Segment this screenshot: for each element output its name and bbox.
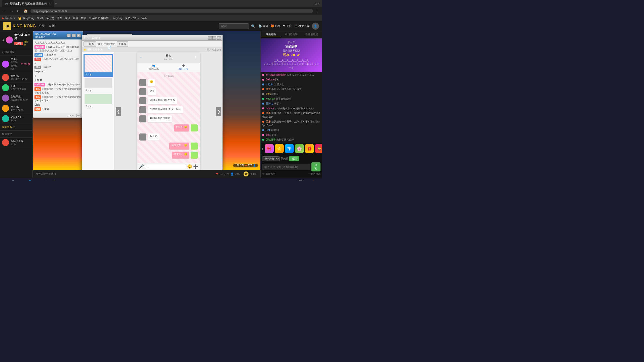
rank-label[interactable]: 排行榜 bbox=[24, 40, 30, 47]
nav-live-btn[interactable]: 📡 直播 bbox=[258, 24, 268, 28]
tab-activity[interactable]: 活動專區 bbox=[261, 31, 281, 38]
nav-category[interactable]: 分类 bbox=[39, 24, 45, 28]
phone-menu-btn[interactable]: ⋮ bbox=[194, 56, 197, 60]
active-tab[interactable]: 🎮 黎明杀机-双马尾在直播播主🎮 ✕ bbox=[2, 0, 54, 7]
gift-1[interactable]: ⭐ bbox=[275, 144, 284, 153]
babanana-titlebar[interactable]: BABANANA Chat Desktop _ □ ✕ bbox=[33, 31, 83, 39]
settings-btn[interactable]: ⋮ bbox=[314, 9, 320, 14]
forward-btn[interactable]: → bbox=[9, 9, 15, 14]
chat-text-input[interactable] bbox=[262, 164, 310, 170]
search-input[interactable] bbox=[219, 23, 249, 29]
img-close[interactable]: ✕ bbox=[217, 36, 221, 40]
bookmark-history[interactable]: 里23、24历史 bbox=[37, 16, 54, 20]
img-maximize[interactable]: □ bbox=[212, 36, 216, 40]
taskbar-fileexplorer[interactable]: 📁 bbox=[18, 179, 25, 181]
babanana-close[interactable]: ✕ bbox=[77, 34, 81, 37]
babanana-minimize[interactable]: _ bbox=[67, 34, 71, 37]
bookmark-history2[interactable]: 里24历史老师的... bbox=[89, 16, 111, 20]
gift-0[interactable]: 🎀 bbox=[265, 144, 274, 153]
sidebar-toggle-btn[interactable]: ◀ bbox=[2, 38, 4, 42]
img-add-tab[interactable]: + 添加 bbox=[117, 41, 129, 47]
maximize-btn[interactable]: □ bbox=[315, 2, 317, 5]
sidebar-avatar-1 bbox=[2, 74, 9, 81]
chat-settings-label: ☆ 新天当明 bbox=[262, 172, 275, 176]
img-thumb-other1[interactable]: 11.png bbox=[84, 77, 113, 93]
new-tab-btn[interactable]: + bbox=[55, 2, 57, 6]
avatar[interactable]: 👤 bbox=[312, 23, 319, 30]
phone-title: 某人 bbox=[166, 54, 171, 58]
sidebar-item-rec-0[interactable]: 金融综合台 33.4k bbox=[0, 138, 32, 148]
bookmark-vultr[interactable]: Vultr bbox=[141, 17, 147, 20]
taskbar-search[interactable]: 🔍 bbox=[10, 179, 17, 181]
taskbar-browser[interactable]: 🌐 bbox=[26, 179, 33, 181]
img-next-btn[interactable]: ❯ bbox=[216, 107, 221, 116]
right-section-tabs: 活動專區 本日最超特 本週最超超 bbox=[261, 31, 322, 38]
gift-3[interactable]: 🌸 bbox=[295, 144, 304, 153]
nav-follow-btn[interactable]: ❤ 关注 bbox=[283, 24, 292, 28]
phone-unfollow[interactable]: 👥 解除关系 bbox=[149, 64, 159, 71]
coin-amount: 30,000 bbox=[250, 173, 257, 175]
sidebar-more[interactable]: 展開更多 ∨ bbox=[0, 124, 32, 131]
back-btn[interactable]: ← bbox=[2, 9, 8, 14]
sidebar-item-3[interactable]: 金融殿主... 精选新游戏 85.7k bbox=[0, 93, 32, 103]
bookmark-youtube[interactable]: ▶ YouTube bbox=[2, 17, 16, 20]
phone-add-friend[interactable]: ➕ 加为好友 bbox=[178, 64, 188, 71]
sidebar-item-2[interactable]: 193 金华主播 96.8k bbox=[0, 83, 32, 93]
taskbar-game1[interactable]: 🎮 bbox=[34, 179, 41, 181]
bookmark-kingkong[interactable]: 👑 KingKong bbox=[18, 17, 34, 20]
nav-live[interactable]: 直播 bbox=[49, 24, 55, 28]
game1-icon: 🎮 bbox=[36, 180, 40, 181]
send-gift-btn[interactable]: 送礼 bbox=[311, 162, 320, 171]
msg-line-2: 小欣欣 上层人士 bbox=[262, 82, 320, 86]
bookmark-beyong[interactable]: beyong bbox=[113, 17, 123, 20]
bookmark-geo[interactable]: 地理 bbox=[57, 16, 62, 20]
sidebar-item-4[interactable]: 廋夫哥... 老的哥 58.0k bbox=[0, 103, 32, 114]
nav-gift-btn[interactable]: 🎁 抽奖 bbox=[271, 24, 280, 28]
phone-input[interactable]: ... bbox=[145, 164, 186, 169]
browser-toolbar: ← → ⟳ 🏠 kingkongapp.com/2762883 ⋮ bbox=[0, 7, 322, 15]
taskbar-notification[interactable]: 🔔 bbox=[312, 180, 315, 181]
sidebar-item-5[interactable]: 米贝儿19... 42.6k bbox=[0, 114, 32, 124]
img-prev-btn[interactable]: ❮ bbox=[116, 107, 121, 116]
minimize-btn[interactable]: _ bbox=[312, 2, 314, 5]
img-thumb-12[interactable]: 12.png bbox=[84, 54, 113, 77]
close-window-btn[interactable]: ✕ bbox=[318, 2, 320, 5]
search-icon[interactable]: 🔍 bbox=[251, 24, 255, 28]
address-bar[interactable]: kingkongapp.com/2762883 bbox=[30, 9, 313, 13]
tab-close-btn[interactable]: ✕ bbox=[49, 2, 51, 5]
bookmark-v2ray[interactable]: 免费V2Ray bbox=[125, 16, 139, 20]
taskbar-expand[interactable]: ⬡ bbox=[317, 180, 320, 181]
gift-nav-left[interactable]: ❮ bbox=[262, 147, 264, 150]
taskbar-mail[interactable]: 📧 bbox=[58, 179, 65, 181]
refresh-btn[interactable]: ⟳ bbox=[16, 9, 21, 14]
follow-btn[interactable]: 追踪 bbox=[289, 156, 299, 161]
tab-daily[interactable]: 本日最超特 bbox=[281, 31, 301, 38]
bookmark-politics[interactable]: 政治 bbox=[65, 16, 70, 20]
nav-app-btn[interactable]: 📱 APP下载 bbox=[294, 24, 309, 28]
babanana-maximize[interactable]: □ bbox=[72, 34, 76, 37]
taskbar-start[interactable]: ⊞ bbox=[2, 179, 9, 181]
img-back-nav[interactable]: ← 返回 bbox=[84, 41, 96, 47]
gift-2[interactable]: 💎 bbox=[285, 144, 294, 153]
img-titlebar[interactable]: 图片 - 12.png _ □ ✕ bbox=[82, 35, 222, 41]
img-thumb-preview3 bbox=[85, 94, 112, 104]
gift-4[interactable]: 🎁 bbox=[305, 144, 314, 153]
img-thumb-other2[interactable]: 10.png bbox=[84, 93, 113, 108]
taskbar-media[interactable]: 📺 bbox=[42, 179, 49, 181]
img-minimize[interactable]: _ bbox=[208, 36, 212, 40]
phone-voice-btn[interactable]: 🎤 bbox=[139, 164, 144, 169]
home-btn[interactable]: 🏠 bbox=[23, 9, 29, 14]
phone-emoji-btn[interactable]: 😊 bbox=[187, 164, 192, 169]
bookmark-english[interactable]: 英语 bbox=[73, 16, 78, 20]
sidebar-item-1[interactable]: 黎明杀... 黎明死亡 153.6k bbox=[0, 72, 32, 83]
taskbar-chat[interactable]: 💬 bbox=[50, 179, 57, 181]
phone-avatar-1 bbox=[139, 88, 146, 95]
phone-attachment-btn[interactable]: ➕ bbox=[193, 164, 198, 169]
chat-mode-dropdown[interactable]: 通用理标 bbox=[262, 156, 280, 161]
window-controls: _ □ ✕ bbox=[67, 34, 81, 37]
phone-back-btn[interactable]: ← bbox=[140, 56, 143, 59]
gift-5[interactable]: 🦁 bbox=[315, 144, 322, 153]
tab-weekly[interactable]: 本週最超超 bbox=[302, 31, 322, 38]
bookmark-math[interactable]: 数学 bbox=[81, 16, 86, 20]
sidebar-item-0[interactable]: 廋小... 今天说说十里靖川 ❤ 201.8k bbox=[0, 56, 32, 72]
